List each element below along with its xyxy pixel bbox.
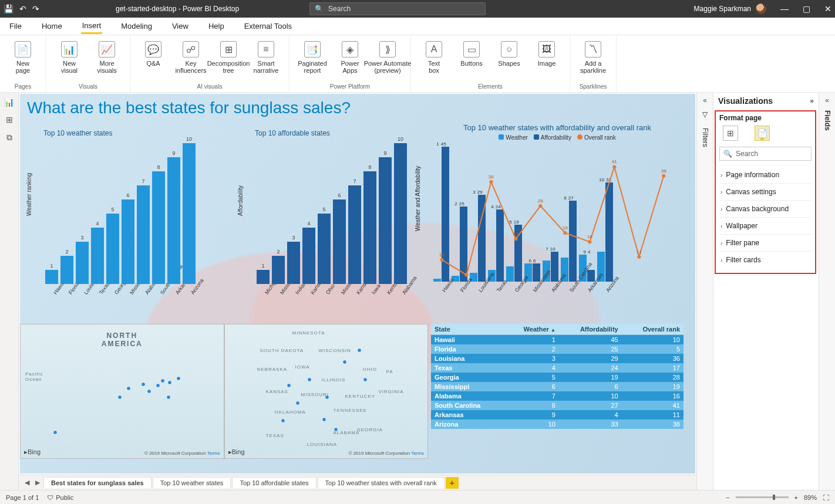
ribbon-group-label: Sparklines <box>570 82 616 92</box>
report-canvas[interactable]: What are the best states for sunglass sa… <box>20 94 695 473</box>
table-cell: 10 <box>559 391 622 401</box>
format-section-page-information[interactable]: ›Page information <box>719 167 812 183</box>
ribbon-key-influencers[interactable]: ☍Key influencers <box>174 39 208 74</box>
fields-pane-collapsed[interactable]: « Fields <box>819 93 835 490</box>
map-state-label: IOWA <box>295 364 310 370</box>
table-cell: 38 <box>622 420 684 429</box>
ribbon-more-visuals[interactable]: 📈More visuals <box>90 39 124 74</box>
legend-item: Overall rank <box>577 134 616 141</box>
map-state-label: SOUTH DAKOTA <box>260 348 304 353</box>
ribbon-image[interactable]: 🖼Image <box>530 39 564 67</box>
table-row[interactable]: Mississippi6619 <box>431 382 684 391</box>
format-section-canvas-settings[interactable]: ›Canvas settings <box>719 183 812 200</box>
page-tab[interactable]: Top 10 affordable states <box>232 477 316 488</box>
format-section-filter-pane[interactable]: ›Filter pane <box>719 234 812 251</box>
chart-combined[interactable]: Top 10 weather states with affordability… <box>431 123 684 290</box>
menu-file[interactable]: File <box>8 19 23 33</box>
bar: 8South Carolina <box>151 164 166 292</box>
map-right[interactable]: ▸Bing © 2019 Microsoft Corporation Terms… <box>224 324 429 459</box>
zoom-slider[interactable] <box>736 496 789 498</box>
model-view-icon[interactable]: ⧉ <box>6 133 12 143</box>
ribbon-smart-narrative[interactable]: ≡Smart narrative <box>249 39 283 74</box>
ribbon-paginated-report[interactable]: 📑Paginated report <box>295 39 329 74</box>
page-tab[interactable]: Top 10 weather states <box>153 477 231 488</box>
maximize-button[interactable]: ▢ <box>803 4 810 13</box>
tab-prev[interactable]: ◀ <box>22 479 32 486</box>
table-header[interactable]: State <box>431 324 505 335</box>
table-row[interactable]: Alabama71016 <box>431 391 684 401</box>
table-row[interactable]: Hawaii14510 <box>431 335 684 345</box>
ribbon-decomposition-tree[interactable]: ⊞Decomposition tree <box>211 39 245 74</box>
bar-group: 519Georgia <box>506 219 522 290</box>
pacific-label: Pacific Ocean <box>25 371 43 382</box>
ribbon-text-box[interactable]: AText box <box>417 39 451 74</box>
svg-text:38: 38 <box>661 168 667 174</box>
data-table[interactable]: StateWeather ▲AffordabilityOverall rankH… <box>431 324 684 429</box>
global-search[interactable]: 🔍 Search <box>309 2 486 15</box>
bar: 9Arkansas <box>167 150 181 292</box>
chart-weather[interactable]: Top 10 weather states Weather ranking 1H… <box>43 129 220 292</box>
page-tabs: ◀ ▶ Best states for sunglass salesTop 10… <box>19 475 696 490</box>
map-state-label: ILLINOIS <box>322 377 346 383</box>
format-section-label: Filter cards <box>726 256 760 264</box>
table-header[interactable]: Affordability <box>559 324 622 335</box>
report-view-icon[interactable]: 📊 <box>4 97 14 107</box>
ribbon-label: Key influencers <box>175 60 206 74</box>
fit-page-button[interactable]: ⛶ <box>823 494 829 501</box>
ribbon-q&a[interactable]: 💬Q&A <box>136 39 170 67</box>
format-section-wallpaper[interactable]: ›Wallpaper <box>719 217 812 234</box>
terms-link[interactable]: Terms <box>411 451 424 456</box>
table-header[interactable]: Overall rank <box>622 324 684 335</box>
chevron-left-icon[interactable]: « <box>703 96 707 104</box>
redo-icon[interactable]: ↷ <box>32 4 39 13</box>
menu-help[interactable]: Help <box>207 19 225 33</box>
undo-icon[interactable]: ↶ <box>19 4 26 13</box>
ribbon-new-page[interactable]: 📄New page <box>6 39 40 74</box>
table-row[interactable]: Arkansas9411 <box>431 410 684 420</box>
tab-next[interactable]: ▶ <box>33 479 42 486</box>
table-row[interactable]: Georgia51928 <box>431 373 684 382</box>
table-row[interactable]: Florida2255 <box>431 344 684 354</box>
table-row[interactable]: South Carolina82741 <box>431 401 684 410</box>
page-tab[interactable]: Best states for sunglass sales <box>43 477 151 488</box>
zoom-out-button[interactable]: − <box>726 494 729 501</box>
ribbon-power-automate-(preview)[interactable]: ⟫Power Automate (preview) <box>371 39 405 74</box>
add-page-button[interactable]: + <box>446 477 459 489</box>
menu-view[interactable]: View <box>171 19 190 33</box>
data-view-icon[interactable]: ⊞ <box>6 115 13 124</box>
save-icon[interactable]: 💾 <box>4 4 14 13</box>
chevron-right-icon[interactable]: » <box>810 97 814 105</box>
format-section-canvas-background[interactable]: ›Canvas background <box>719 200 812 217</box>
status-bar: Page 1 of 1 🛡 Public − + 89% ⛶ <box>0 490 835 504</box>
table-row[interactable]: Louisiana32936 <box>431 354 684 363</box>
build-visual-button[interactable]: ⊞ <box>723 126 738 141</box>
table-row[interactable]: Texas42417 <box>431 363 684 373</box>
ribbon-buttons[interactable]: ▭Buttons <box>454 39 489 67</box>
format-page-button[interactable]: 📄 <box>755 126 770 141</box>
user-account[interactable]: Maggie Sparkman <box>694 4 766 14</box>
menu-insert[interactable]: Insert <box>81 19 103 34</box>
ribbon-power-apps[interactable]: ◈Power Apps <box>333 39 367 74</box>
format-section-filter-cards[interactable]: ›Filter cards <box>719 251 812 268</box>
menu-modeling[interactable]: Modeling <box>120 19 153 33</box>
ribbon-shapes[interactable]: ○Shapes <box>492 39 526 67</box>
filters-pane-collapsed[interactable]: « ▽ Filters <box>696 93 713 490</box>
menu-external-tools[interactable]: External Tools <box>243 19 293 33</box>
menu-home[interactable]: Home <box>41 19 63 33</box>
table-header[interactable]: Weather ▲ <box>505 324 559 335</box>
chevron-left-icon[interactable]: « <box>825 96 829 104</box>
map-left[interactable]: NORTH AMERICA Pacific Ocean ▸Bing © 2019… <box>20 324 224 459</box>
page-tab[interactable]: Top 10 weather states with overall rank <box>318 477 445 488</box>
sensitivity-label: Public <box>56 494 73 501</box>
chart-affordable[interactable]: Top 10 affordable states Affordability 1… <box>255 129 431 292</box>
minimize-button[interactable]: — <box>780 4 789 13</box>
close-button[interactable]: ✕ <box>824 4 831 13</box>
format-search[interactable]: 🔍 Search <box>719 147 812 161</box>
ribbon-add-a-sparkline[interactable]: 〽Add a sparkline <box>576 39 610 74</box>
map-state-label: ALABAMA <box>334 430 360 435</box>
table-row[interactable]: Arizona103338 <box>431 420 684 429</box>
chevron-right-icon: › <box>720 240 722 246</box>
terms-link[interactable]: Terms <box>207 451 220 456</box>
zoom-in-button[interactable]: + <box>794 494 798 501</box>
ribbon-new-visual[interactable]: 📊New visual <box>52 39 86 74</box>
